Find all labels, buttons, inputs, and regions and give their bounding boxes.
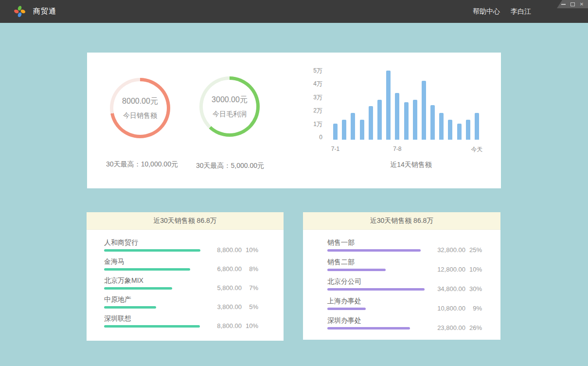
departments-sales-card: 近30天销售额 86.8万 销售一部32,800.0025%销售二部12,800… <box>303 212 500 340</box>
progress-bar <box>104 306 156 309</box>
today-sales-donut-center: 8000.00元 今日销售额 <box>113 81 167 135</box>
progress-bar <box>327 308 366 310</box>
today-profit-donut: 3000.00元 今日毛利润 <box>199 76 260 137</box>
percent: 26% <box>469 324 482 331</box>
amount: 5,800.00 <box>213 284 242 292</box>
y-axis-tick: 4万 <box>301 80 322 87</box>
close-icon: ✕ <box>580 2 584 7</box>
amount: 8,800.00 <box>213 246 242 254</box>
progress-bar <box>327 269 386 271</box>
percent: 10% <box>246 246 258 254</box>
departments-list: 销售一部32,800.0025%销售二部12,800.0010%北京分公司34,… <box>303 230 500 336</box>
percent: 5% <box>246 303 258 311</box>
row-values: 10,800.009% <box>436 305 482 312</box>
row-values: 6,800.008% <box>213 265 258 273</box>
sales-row: 销售二部12,800.0010% <box>303 258 500 277</box>
amount: 34,800.00 <box>436 285 465 293</box>
entity-name: 销售二部 <box>327 258 500 266</box>
today-sales-donut: 8000.00元 今日销售额 <box>110 78 170 138</box>
entity-name: 北京万象MIX <box>104 276 284 284</box>
entity-name: 深圳办事处 <box>327 316 500 324</box>
minimize-icon <box>561 4 566 5</box>
sales-row: 北京分公司34,800.0030% <box>303 277 500 297</box>
entity-name: 金海马 <box>104 257 284 265</box>
sales-bar <box>386 71 391 140</box>
sales-bar <box>404 102 409 140</box>
row-values: 23,800.0026% <box>436 324 482 331</box>
sales-bar <box>413 100 417 140</box>
percent: 10% <box>246 322 258 329</box>
percent: 10% <box>469 266 482 273</box>
row-values: 32,800.0025% <box>436 246 482 254</box>
progress-bar <box>104 249 200 252</box>
row-values: 34,800.0030% <box>436 285 482 293</box>
entity-name: 人和商贸行 <box>104 238 284 246</box>
sales-30day-max: 30天最高：10,000.00元 <box>103 160 181 169</box>
entity-name: 中原地产 <box>104 295 284 303</box>
progress-bar <box>327 288 425 291</box>
amount: 3,800.00 <box>213 303 242 311</box>
sales-bar <box>466 120 470 140</box>
today-profit-donut-center: 3000.00元 今日毛利润 <box>203 80 256 133</box>
profit-30day-max: 30天最高：5,000.00元 <box>191 162 269 170</box>
sales-bar <box>430 105 435 140</box>
departments-card-title: 近30天销售额 86.8万 <box>303 212 500 230</box>
bar-chart-plot <box>333 69 479 140</box>
progress-bar <box>327 327 410 329</box>
y-axis-tick: 3万 <box>301 94 322 101</box>
y-axis-tick: 1万 <box>301 121 322 128</box>
customers-card-title: 近30天销售额 86.8万 <box>87 212 284 230</box>
overview-card: 8000.00元 今日销售额 30天最高：10,000.00元 3000.00元… <box>87 53 501 188</box>
percent: 7% <box>246 284 258 292</box>
maximize-icon <box>570 2 575 6</box>
sales-row: 北京万象MIX5,800.007% <box>87 276 284 295</box>
progress-bar <box>327 249 421 252</box>
sales-row: 深圳联想8,800.0010% <box>87 314 284 333</box>
sales-row: 深圳办事处23,800.0026% <box>303 316 500 336</box>
help-center-link[interactable]: 帮助中心 <box>473 7 500 16</box>
sales-bar <box>351 113 355 140</box>
bar-chart-x-axis: 7-17-8今天 <box>333 146 479 152</box>
app-logo-pinwheel-icon <box>13 5 26 18</box>
sales-row: 上海办事处10,800.009% <box>303 297 500 316</box>
today-profit-value: 3000.00元 <box>212 95 248 105</box>
row-values: 8,800.0010% <box>213 322 258 329</box>
percent: 30% <box>469 285 482 293</box>
today-profit-label: 今日毛利润 <box>213 110 247 119</box>
customers-sales-card: 近30天销售额 86.8万 人和商贸行8,800.0010%金海马6,800.0… <box>87 212 284 341</box>
sales-bar <box>369 106 373 140</box>
title-bar: 商贸通 帮助中心 李白江 ✕ <box>0 0 588 23</box>
app-title: 商贸通 <box>33 7 56 16</box>
sales-bar <box>448 120 452 140</box>
y-axis-tick: 0 <box>301 134 322 141</box>
percent: 9% <box>469 305 482 312</box>
row-values: 3,800.005% <box>213 303 258 311</box>
amount: 12,800.00 <box>436 266 465 273</box>
amount: 8,800.00 <box>213 322 242 329</box>
sales-bar <box>377 100 382 140</box>
sales-bar <box>395 93 399 140</box>
x-axis-label: 7-1 <box>331 146 339 152</box>
close-button[interactable]: ✕ <box>579 2 584 7</box>
sales-bar <box>342 120 346 140</box>
sales-row: 人和商贸行8,800.0010% <box>87 238 284 257</box>
row-values: 5,800.007% <box>213 284 258 292</box>
amount: 10,800.00 <box>436 305 465 312</box>
sales-bar <box>475 113 479 140</box>
minimize-button[interactable] <box>561 2 566 7</box>
username-menu[interactable]: 李白江 <box>511 7 531 16</box>
entity-name: 深圳联想 <box>104 314 284 322</box>
sales-bar <box>457 124 462 140</box>
row-values: 8,800.0010% <box>213 246 258 254</box>
x-axis-label: 7-8 <box>393 146 401 152</box>
entity-name: 北京分公司 <box>327 277 500 285</box>
customers-list: 人和商贸行8,800.0010%金海马6,800.008%北京万象MIX5,80… <box>87 230 284 333</box>
y-axis-tick: 2万 <box>301 107 322 114</box>
x-axis-label: 今天 <box>471 146 483 154</box>
sales-row: 销售一部32,800.0025% <box>303 238 500 258</box>
sales-bar <box>333 124 338 140</box>
sales-row: 中原地产3,800.005% <box>87 295 284 314</box>
row-values: 12,800.0010% <box>436 266 482 273</box>
maximize-button[interactable] <box>570 2 575 7</box>
today-sales-label: 今日销售额 <box>123 111 157 120</box>
